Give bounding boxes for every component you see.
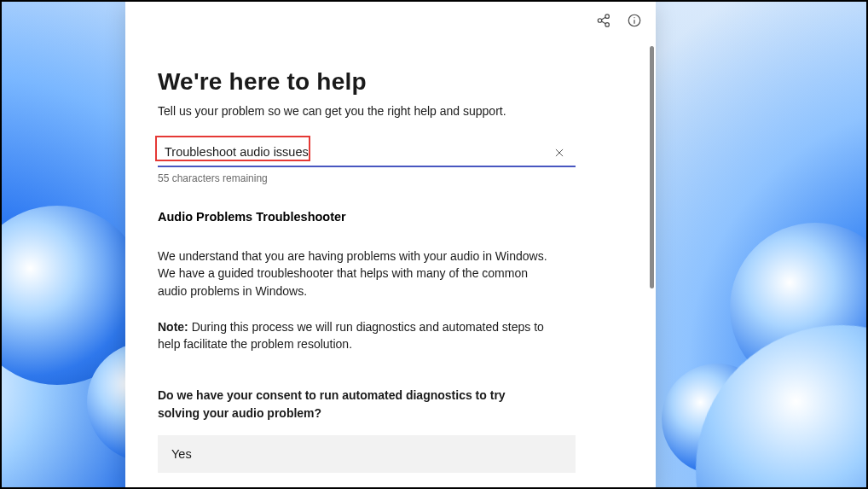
page-subtitle: Tell us your problem so we can get you t… — [158, 104, 623, 118]
svg-point-2 — [605, 23, 610, 27]
svg-point-1 — [598, 19, 602, 23]
share-icon[interactable] — [591, 8, 616, 33]
svg-line-3 — [601, 17, 605, 20]
note-label: Note: — [158, 320, 188, 334]
result-title: Audio Problems Troubleshooter — [158, 210, 623, 224]
scrollbar-thumb[interactable] — [650, 46, 654, 288]
svg-point-7 — [634, 17, 634, 18]
result-intro-text: We understand that you are having proble… — [158, 247, 558, 300]
search-field-wrap — [158, 138, 576, 167]
page-title: We're here to help — [158, 68, 623, 96]
note-body: During this process we will run diagnost… — [158, 320, 544, 351]
help-content: We're here to help Tell us your problem … — [125, 39, 656, 473]
clear-input-button[interactable] — [547, 140, 572, 166]
svg-line-4 — [601, 21, 605, 24]
problem-search-input[interactable] — [158, 138, 576, 167]
svg-point-0 — [605, 15, 610, 19]
info-icon[interactable] — [622, 8, 647, 33]
consent-yes-button[interactable]: Yes — [158, 435, 576, 473]
window-titlebar — [125, 2, 656, 39]
character-counter: 55 characters remaining — [158, 172, 623, 184]
get-help-window: We're here to help Tell us your problem … — [125, 2, 656, 489]
result-note-text: Note: During this process we will run di… — [158, 318, 558, 353]
close-icon — [553, 147, 565, 159]
consent-question: Do we have your consent to run automated… — [158, 387, 533, 422]
